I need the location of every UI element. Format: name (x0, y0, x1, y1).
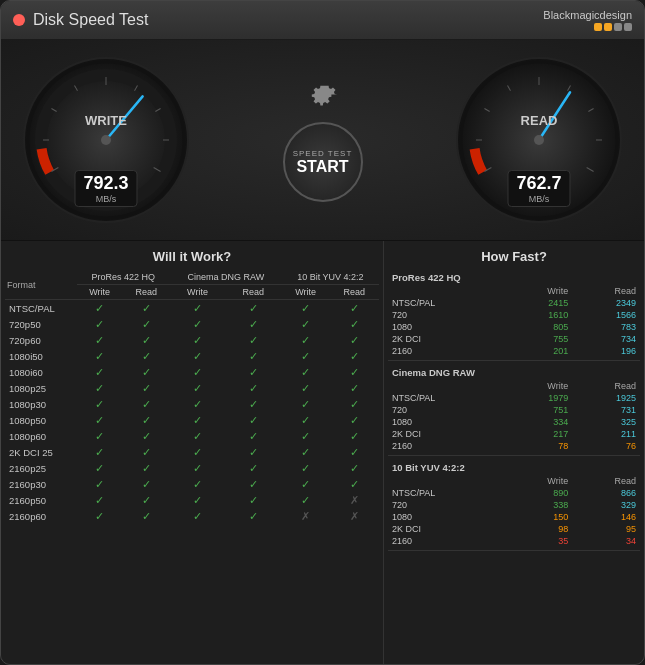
hf-read-val: 1566 (572, 309, 640, 321)
hf-row: 21607876 (388, 440, 640, 452)
hf-codec-section: Cinema DNG RAWWriteReadNTSC/PAL197919257… (388, 365, 640, 456)
check-cell: ✓ (77, 412, 123, 428)
start-button[interactable]: SPEED TEST START (283, 122, 363, 202)
check-cell: ✓ (282, 316, 330, 332)
hf-row: 1080150146 (388, 511, 640, 523)
check-cell: ✓ (330, 460, 379, 476)
hf-read-val: 196 (572, 345, 640, 357)
hf-row: 21603534 (388, 535, 640, 547)
check-cell: ✓ (170, 428, 225, 444)
hf-label: 2K DCI (388, 333, 506, 345)
format-name: 720p50 (5, 316, 77, 332)
hf-col-header (388, 285, 506, 297)
hf-col-header: Read (572, 380, 640, 392)
check-cell: ✓ (330, 412, 379, 428)
check-cell: ✓ (123, 476, 170, 492)
check-cell: ✓ (282, 380, 330, 396)
how-fast-content: ProRes 422 HQWriteReadNTSC/PAL2415234972… (388, 270, 640, 551)
hf-write-val: 201 (506, 345, 572, 357)
hf-row: 1080805783 (388, 321, 640, 333)
check-cell: ✓ (330, 316, 379, 332)
check-cell: ✓ (170, 380, 225, 396)
table-row: 1080p50✓✓✓✓✓✓ (5, 412, 379, 428)
format-name: 1080p30 (5, 396, 77, 412)
hf-write-val: 217 (506, 428, 572, 440)
hf-codec-title: Cinema DNG RAW (388, 365, 640, 380)
format-header: Format (5, 270, 77, 300)
hf-table: WriteReadNTSC/PAL19791925720751731108033… (388, 380, 640, 452)
hf-write-val: 755 (506, 333, 572, 345)
write-col-3: Write (282, 285, 330, 300)
read-value-box: 762.7 MB/s (507, 170, 570, 207)
hf-row: NTSC/PAL24152349 (388, 297, 640, 309)
hf-write-val: 2415 (506, 297, 572, 309)
hf-write-val: 338 (506, 499, 572, 511)
hf-label: 1080 (388, 511, 506, 523)
hf-write-val: 1979 (506, 392, 572, 404)
hf-label: 720 (388, 309, 506, 321)
check-cell: ✓ (330, 476, 379, 492)
data-section: Will it Work? Format ProRes 422 HQ Cinem… (1, 241, 644, 664)
hf-row: 720751731 (388, 404, 640, 416)
hf-write-val: 751 (506, 404, 572, 416)
table-row: NTSC/PAL✓✓✓✓✓✓ (5, 300, 379, 317)
close-button[interactable] (13, 14, 25, 26)
hf-label: 720 (388, 404, 506, 416)
check-cell: ✓ (282, 428, 330, 444)
hf-col-header: Read (572, 475, 640, 487)
check-cell: ✓ (123, 316, 170, 332)
will-it-work-title: Will it Work? (5, 249, 379, 264)
hf-read-val: 146 (572, 511, 640, 523)
format-name: 1080p50 (5, 412, 77, 428)
hf-col-header: Write (506, 380, 572, 392)
check-cell: ✓ (170, 444, 225, 460)
hf-label: 2160 (388, 440, 506, 452)
title-bar: Disk Speed Test Blackmagicdesign (1, 1, 644, 40)
check-cell: ✓ (77, 300, 123, 317)
hf-row: 720338329 (388, 499, 640, 511)
check-cell: ✓ (123, 300, 170, 317)
check-cell: ✓ (225, 332, 282, 348)
hf-codec-section: ProRes 422 HQWriteReadNTSC/PAL2415234972… (388, 270, 640, 361)
format-name: NTSC/PAL (5, 300, 77, 317)
check-cell: ✓ (282, 300, 330, 317)
hf-label: 2K DCI (388, 428, 506, 440)
check-cell: ✓ (282, 396, 330, 412)
check-cell: ✓ (330, 444, 379, 460)
check-cell: ✓ (170, 396, 225, 412)
hf-write-val: 334 (506, 416, 572, 428)
format-name: 1080p25 (5, 380, 77, 396)
check-cell: ✓ (77, 396, 123, 412)
check-cell: ✓ (123, 508, 170, 524)
table-row: 720p50✓✓✓✓✓✓ (5, 316, 379, 332)
check-cell: ✓ (170, 364, 225, 380)
check-cell: ✓ (225, 300, 282, 317)
hf-read-val: 734 (572, 333, 640, 345)
hf-col-header: Write (506, 475, 572, 487)
hf-write-val: 1610 (506, 309, 572, 321)
how-fast-title: How Fast? (388, 249, 640, 264)
hf-write-val: 98 (506, 523, 572, 535)
hf-label: NTSC/PAL (388, 392, 506, 404)
table-row: 2160p60✓✓✓✓✗✗ (5, 508, 379, 524)
check-cell: ✓ (225, 396, 282, 412)
check-cell: ✓ (330, 332, 379, 348)
check-cell: ✓ (225, 508, 282, 524)
table-row: 1080p60✓✓✓✓✓✓ (5, 428, 379, 444)
format-name: 2160p25 (5, 460, 77, 476)
hf-row: 72016101566 (388, 309, 640, 321)
hf-read-val: 95 (572, 523, 640, 535)
write-value-box: 792.3 MB/s (74, 170, 137, 207)
check-cell: ✓ (77, 508, 123, 524)
gear-icon[interactable] (305, 78, 341, 114)
app-window: Disk Speed Test Blackmagicdesign (0, 0, 645, 665)
read-gauge: READ 762.7 MB/s (454, 55, 624, 225)
check-cell: ✓ (330, 428, 379, 444)
write-gauge: WRITE 792.3 MB/s (21, 55, 191, 225)
check-cell: ✓ (282, 364, 330, 380)
check-cell: ✓ (123, 444, 170, 460)
will-it-work-panel: Will it Work? Format ProRes 422 HQ Cinem… (1, 241, 384, 664)
check-cell: ✓ (330, 396, 379, 412)
read-col-1: Read (123, 285, 170, 300)
hf-row: 2160201196 (388, 345, 640, 357)
